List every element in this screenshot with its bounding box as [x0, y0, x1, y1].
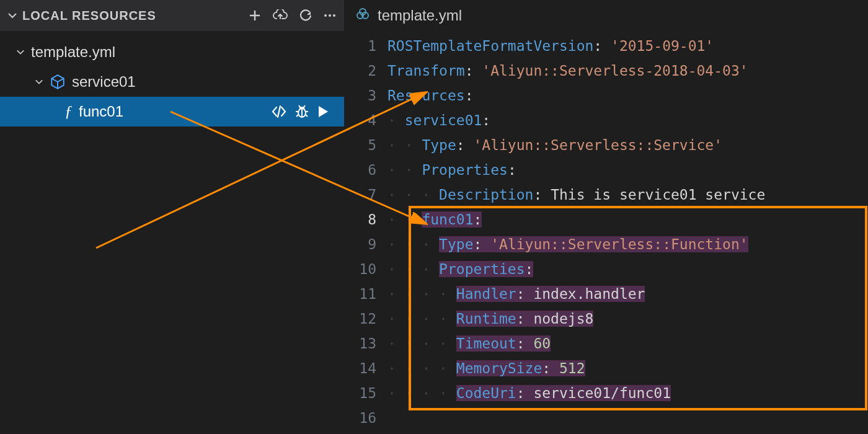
tree-item-label: template.yml	[31, 43, 344, 61]
chevron-down-icon[interactable]	[35, 78, 43, 86]
svg-point-2	[333, 14, 335, 17]
line-number: 8	[344, 207, 376, 232]
code-line[interactable]: Resources:	[388, 83, 868, 108]
chevron-down-icon[interactable]	[16, 48, 25, 56]
line-number: 2	[344, 58, 376, 83]
line-number: 12	[344, 306, 376, 331]
line-number: 10	[344, 257, 376, 281]
tree-item-label: func01	[79, 103, 271, 120]
line-number: 4	[344, 108, 376, 133]
code-line[interactable]: · · · · MemorySize: 512	[388, 356, 868, 381]
tree-item-label: service01	[72, 73, 344, 91]
code-line[interactable]: ROSTemplateFormatVersion: '2015-09-01'	[388, 33, 868, 58]
line-number: 3	[344, 83, 376, 108]
code-line[interactable]: · · Properties:	[388, 157, 868, 182]
code-line[interactable]: · · · Properties:	[388, 257, 868, 281]
svg-point-0	[324, 14, 327, 17]
code-icon[interactable]	[271, 105, 287, 118]
line-number: 11	[344, 281, 376, 306]
line-gutter: 12345678910111213141516	[344, 33, 388, 434]
code-line[interactable]	[388, 405, 868, 430]
sidebar: LOCAL RESOURCES template.yml	[0, 0, 344, 434]
code-line[interactable]: Transform: 'Aliyun::Serverless-2018-04-0…	[388, 58, 868, 83]
resource-tree: template.yml service01 ▾ ƒ func01	[0, 31, 344, 434]
tree-item-template[interactable]: template.yml	[0, 37, 344, 67]
sidebar-title: LOCAL RESOURCES	[22, 9, 249, 23]
line-number: 5	[344, 133, 376, 157]
line-number: 7	[344, 182, 376, 207]
play-icon[interactable]	[317, 105, 329, 118]
line-number: 15	[344, 381, 376, 405]
code-line[interactable]: · · · · Timeout: 60	[388, 331, 868, 356]
code-line[interactable]: · · Type: 'Aliyun::Serverless::Service'	[388, 133, 868, 157]
code-line[interactable]: · · · Description: This is service01 ser…	[388, 182, 868, 207]
refresh-icon[interactable]	[299, 9, 312, 22]
tree-item-service[interactable]: service01	[0, 67, 344, 97]
line-number: 6	[344, 157, 376, 182]
code-line[interactable]: · · · · Runtime: nodejs8	[388, 306, 868, 331]
more-icon[interactable]	[323, 9, 337, 22]
line-number: 16	[344, 405, 376, 430]
cloud-upload-icon[interactable]	[272, 9, 288, 22]
line-number: 14	[344, 356, 376, 381]
line-number: 13	[344, 331, 376, 356]
tab-filename: template.yml	[378, 7, 462, 24]
code-line[interactable]: · · · Type: 'Aliyun::Serverless::Functio…	[388, 232, 868, 257]
cube-icon	[50, 74, 66, 90]
sidebar-header: LOCAL RESOURCES	[0, 0, 344, 31]
function-icon: ƒ	[64, 102, 73, 121]
editor-tab[interactable]: template.yml	[344, 0, 868, 31]
sidebar-actions	[249, 9, 337, 22]
code-area[interactable]: 12345678910111213141516 ROSTemplateForma…	[344, 31, 868, 434]
debug-icon[interactable]	[294, 104, 309, 119]
plus-icon[interactable]	[249, 9, 261, 22]
editor: template.yml 12345678910111213141516 ROS…	[344, 0, 868, 434]
code-content[interactable]: ROSTemplateFormatVersion: '2015-09-01'Tr…	[388, 33, 868, 434]
svg-point-1	[329, 14, 331, 17]
code-line[interactable]: · · · · Handler: index.handler	[388, 281, 868, 306]
code-line[interactable]: · · · · CodeUri: service01/func01	[388, 381, 868, 405]
code-line[interactable]: · · func01:	[388, 207, 868, 232]
line-number: 1	[344, 33, 376, 58]
tree-item-function[interactable]: ▾ ƒ func01	[0, 97, 344, 126]
chevron-down-icon[interactable]	[7, 11, 17, 20]
line-number: 9	[344, 232, 376, 257]
yaml-file-icon	[355, 8, 370, 23]
code-line[interactable]: · service01:	[388, 108, 868, 133]
tree-item-actions	[271, 104, 344, 119]
